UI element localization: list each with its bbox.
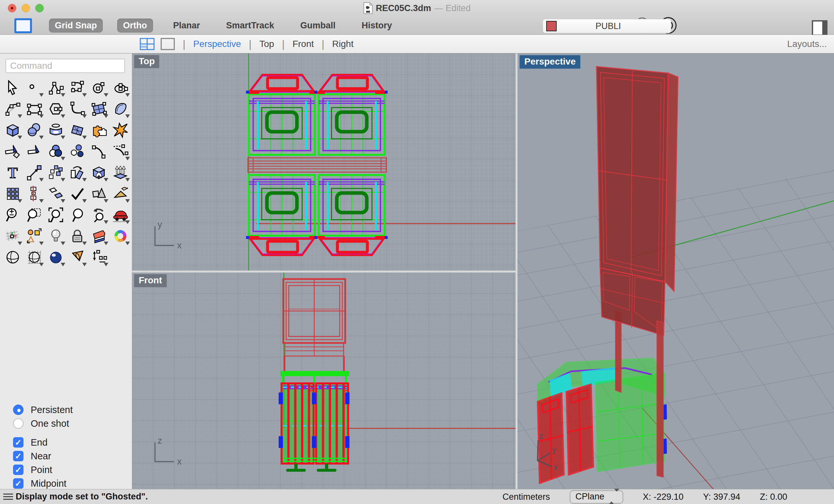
menu-icon[interactable] [3,492,13,501]
checkbox-icon: ✓ [13,478,23,489]
radio-persistent[interactable]: Persistent [0,403,132,417]
tool-cursor-icon[interactable] [2,77,23,98]
tool-extend-curve-icon[interactable] [110,140,131,162]
tool-car-icon[interactable] [110,204,131,225]
tool-shaded-sphere-icon[interactable] [2,247,23,268]
tool-zoom-selected-icon[interactable] [67,204,88,225]
viewport-label-perspective[interactable]: Perspective [520,55,580,69]
tool-rectangle-icon[interactable] [23,98,45,119]
tool-zoom-extents-icon[interactable] [45,204,67,225]
toggle-smarttrack[interactable]: SmartTrack [220,19,280,32]
tool-circle-icon[interactable] [88,77,110,98]
tool-box-icon[interactable] [2,119,23,140]
tool-copy-icon[interactable] [45,162,67,183]
tool-curve-fillet-icon[interactable] [88,140,110,162]
tool-primitives-icon[interactable] [88,183,110,204]
tool-wireframe-sphere-icon[interactable] [23,247,45,268]
tool-boolean-difference-icon[interactable] [67,140,88,162]
tool-point-icon[interactable] [23,77,45,98]
checkbox-point[interactable]: ✓ Point [0,463,132,477]
tab-top[interactable]: Top [259,39,274,49]
tool-orient-icon[interactable] [45,183,67,204]
checkbox-midpoint[interactable]: ✓ Midpoint [0,477,132,490]
layer-color-swatch [546,21,557,31]
tool-extrude-icon[interactable] [110,162,131,183]
tool-rendered-sphere-icon[interactable] [45,247,67,268]
tool-sidebar: T Persistent One shot ✓ End ✓ Near ✓ Poi… [0,53,132,489]
tool-undo-view-icon[interactable] [88,204,110,225]
command-input[interactable] [5,59,125,73]
cplane-dropdown[interactable]: CPlane [570,490,623,504]
tool-join-puzzle-icon[interactable] [88,119,110,140]
tool-dimension-icon[interactable] [88,247,110,268]
tool-color-wheel-icon[interactable] [110,225,131,247]
axis-label-y: y [158,220,162,229]
radio-one-shot[interactable]: One shot [0,417,132,430]
toggle-planar[interactable]: Planar [168,19,206,32]
axis-label-x: x [177,240,182,250]
coordinate-y: Y: 397.94 [703,492,740,502]
viewport-front[interactable]: z x Front [132,273,515,489]
tool-spotlight-cone-icon[interactable] [67,247,88,268]
units-label[interactable]: Centimeters [503,492,550,502]
tool-boolean-union-icon[interactable] [45,140,67,162]
tool-control-curve-icon[interactable] [67,77,88,98]
tool-sphere-icon[interactable] [23,119,45,140]
tool-curve-icon[interactable] [45,77,67,98]
checkbox-icon: ✓ [13,464,23,475]
tool-arc-icon[interactable] [2,98,23,119]
window-title: REC05C.3dm [376,3,431,14]
tool-section-icon[interactable] [23,183,45,204]
tool-surface-points-icon[interactable] [88,98,110,119]
axis-label-z: z [158,436,162,445]
tool-cylinder-icon[interactable] [45,119,67,140]
viewport-perspective[interactable]: z y x Perspective [518,53,834,489]
tab-perspective[interactable]: Perspective [193,39,241,49]
tool-move-icon[interactable] [23,162,45,183]
tab-right[interactable]: Right [332,39,353,49]
checkbox-end[interactable]: ✓ End [0,436,132,449]
tool-light-icon[interactable] [45,225,67,247]
toggle-history[interactable]: History [356,19,398,32]
right-sidebar-toggle-icon[interactable] [811,19,828,37]
current-layer-well[interactable]: PUBLI [543,19,671,33]
toggle-grid-snap[interactable]: Grid Snap [49,19,103,32]
tool-fillet-corner-icon[interactable] [67,98,88,119]
coordinate-z: Z: 0.00 [760,492,787,502]
tool-selection-filter-icon[interactable] [23,225,45,247]
toggle-gumball[interactable]: Gumball [294,19,341,32]
tool-array-icon[interactable] [2,183,23,204]
rhino-panel-icon[interactable] [14,18,32,33]
tool-check-icon[interactable] [67,183,88,204]
checkbox-icon: ✓ [13,437,23,448]
tool-offset-solid-icon[interactable] [88,162,110,183]
tool-surface-patch-icon[interactable] [110,98,131,119]
tool-trim-icon[interactable] [2,140,23,162]
tool-rotate-icon[interactable] [67,162,88,183]
tool-zoom-window-icon[interactable] [23,204,45,225]
viewport-top[interactable]: y x Top [132,53,515,271]
tool-analyze-pie-icon[interactable] [88,225,110,247]
viewport-label-front[interactable]: Front [134,274,167,287]
status-message: Display mode set to "Ghosted". [16,491,148,502]
main-toolbar: Grid Snap Ortho Planar SmartTrack Gumbal… [0,16,834,35]
tab-separator: | [183,38,185,50]
tool-text-icon[interactable]: T [2,162,23,183]
tool-pull-icon[interactable] [110,183,131,204]
coordinate-x: X: -229.10 [643,492,684,502]
layouts-button[interactable]: Layouts... [787,39,827,49]
four-pane-layout-icon[interactable] [140,38,155,50]
tool-split-icon[interactable] [23,140,45,162]
checkbox-near[interactable]: ✓ Near [0,449,132,463]
tool-lock-icon[interactable] [67,225,88,247]
tool-ellipse-icon[interactable] [110,77,131,98]
toggle-ortho[interactable]: Ortho [117,19,153,32]
tool-polygon-icon[interactable] [45,98,67,119]
viewport-label-top[interactable]: Top [134,55,159,68]
tool-explode-icon[interactable] [110,119,131,140]
tool-surface-grid-icon[interactable] [67,119,88,140]
tab-front[interactable]: Front [292,39,313,49]
tool-cplane-icon[interactable] [2,225,23,247]
single-pane-layout-icon[interactable] [160,38,175,50]
tool-zoom-dynamic-icon[interactable] [2,204,23,225]
